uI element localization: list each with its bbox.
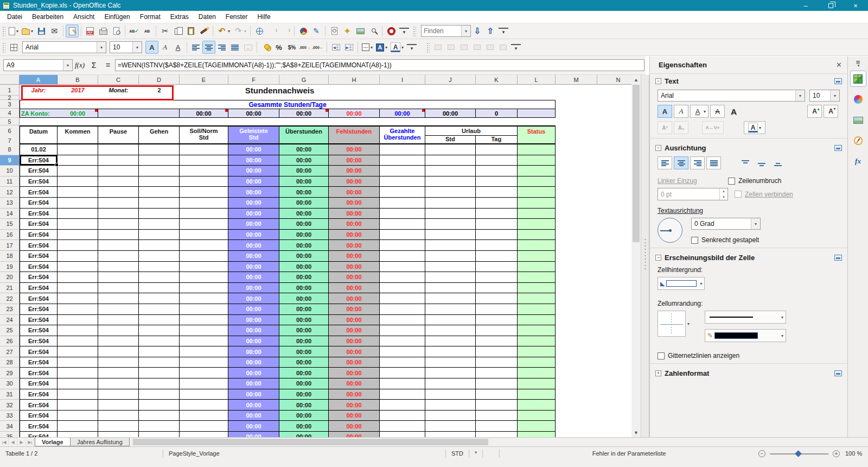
cell-D32[interactable] xyxy=(139,400,180,411)
cell-A16[interactable]: Err:504 xyxy=(20,230,58,241)
appearance-dialog-launcher-icon[interactable] xyxy=(834,255,842,261)
increase-indent-button[interactable] xyxy=(342,41,355,54)
object-align-left-button[interactable] xyxy=(431,41,444,54)
cell-F22[interactable]: 00:00 xyxy=(228,293,279,304)
cell-I34[interactable] xyxy=(380,421,425,432)
cell-F33[interactable]: 00:00 xyxy=(228,411,279,421)
menu-einfügen[interactable]: Einfügen xyxy=(99,11,135,22)
cell-D22[interactable] xyxy=(139,293,180,304)
sheet-tab-vorlage[interactable]: Vorlage xyxy=(35,438,71,446)
cell-I19[interactable] xyxy=(380,262,425,273)
cell-B9[interactable] xyxy=(58,155,98,166)
cell-D23[interactable] xyxy=(139,304,180,315)
scroll-up-arrow[interactable]: ▲ xyxy=(631,75,641,84)
bold-button[interactable] xyxy=(145,41,158,54)
cell-A32[interactable]: Err:504 xyxy=(20,400,58,411)
cell-za-label[interactable]: ZA Konto: xyxy=(20,109,58,118)
cell-L19[interactable] xyxy=(518,262,556,273)
cell-F8[interactable]: 00:00 xyxy=(228,144,279,155)
cell-J31[interactable] xyxy=(425,389,476,400)
sidebar-justify-button[interactable] xyxy=(706,156,721,169)
row-header-28[interactable]: 28 xyxy=(0,357,20,368)
cell-G25[interactable]: 00:00 xyxy=(279,325,329,336)
cell-K25[interactable] xyxy=(476,325,518,336)
cell-H17[interactable]: 00:00 xyxy=(329,240,380,251)
header-status[interactable]: Status xyxy=(518,125,556,144)
row-header-9[interactable]: 9 xyxy=(0,155,20,166)
cell-J32[interactable] xyxy=(425,400,476,411)
borders-button[interactable]: ▾ xyxy=(360,41,374,54)
row-header-13[interactable]: 13 xyxy=(0,198,20,209)
toolbar-grip[interactable] xyxy=(2,42,5,53)
cell-B21[interactable] xyxy=(58,283,98,294)
cell-B33[interactable] xyxy=(58,411,98,421)
cell-B13[interactable] xyxy=(58,198,98,209)
undo-button[interactable]: ▾ xyxy=(215,24,232,37)
cell-G31[interactable]: 00:00 xyxy=(279,389,329,400)
cell-G12[interactable]: 00:00 xyxy=(279,187,329,198)
column-header-I[interactable]: I xyxy=(380,75,425,85)
cell-L25[interactable] xyxy=(518,325,556,336)
cell-B28[interactable] xyxy=(58,357,98,368)
cell-K16[interactable] xyxy=(476,230,518,241)
auto-spellcheck-button[interactable]: AB xyxy=(141,24,154,37)
dropdown-arrow[interactable]: ▾ xyxy=(751,218,760,229)
cell-D31[interactable] xyxy=(139,389,180,400)
show-draw-functions-button[interactable] xyxy=(310,24,323,37)
open-button[interactable]: ▾ xyxy=(20,24,35,37)
section-alignment-header[interactable]: − Ausrichtung xyxy=(650,141,847,155)
next-sheet-button[interactable]: ▶ xyxy=(17,438,26,446)
help-button[interactable] xyxy=(385,24,398,37)
copy-button[interactable] xyxy=(171,24,184,37)
cell-I8[interactable] xyxy=(380,144,425,155)
cell-F13[interactable]: 00:00 xyxy=(228,198,279,209)
cell-B30[interactable] xyxy=(58,378,98,389)
row-header-19[interactable]: 19 xyxy=(0,262,20,273)
cell-L10[interactable] xyxy=(518,166,556,176)
new-document-button[interactable]: ▾ xyxy=(7,24,20,37)
cell-H26[interactable]: 00:00 xyxy=(329,336,380,347)
cell-G15[interactable]: 00:00 xyxy=(279,219,329,230)
cell-F31[interactable]: 00:00 xyxy=(228,389,279,400)
cell-I29[interactable] xyxy=(380,368,425,378)
cell-I33[interactable] xyxy=(380,411,425,421)
cell-C9[interactable] xyxy=(98,155,139,166)
cell-B15[interactable] xyxy=(58,219,98,230)
cell-A35[interactable]: Err:504 xyxy=(20,432,58,437)
cell-D12[interactable] xyxy=(139,187,180,198)
row-header-11[interactable]: 11 xyxy=(0,176,20,187)
insert-mode[interactable]: STD xyxy=(446,447,469,457)
cell-J11[interactable] xyxy=(425,176,476,187)
cell-A11[interactable]: Err:504 xyxy=(20,176,58,187)
cell-A24[interactable]: Err:504 xyxy=(20,315,58,326)
horizontal-scroll-thumb[interactable] xyxy=(133,439,488,445)
stacked-checkbox[interactable] xyxy=(691,237,698,244)
cell-J26[interactable] xyxy=(425,336,476,347)
cell-E33[interactable] xyxy=(180,411,228,421)
cell-C32[interactable] xyxy=(98,400,139,411)
sort-ascending-button[interactable] xyxy=(266,24,279,37)
toolbar-overflow-button[interactable] xyxy=(405,41,418,54)
cell-H28[interactable]: 00:00 xyxy=(329,357,380,368)
cell-E25[interactable] xyxy=(180,325,228,336)
column-header-H[interactable]: H xyxy=(329,75,380,85)
cell-H13[interactable]: 00:00 xyxy=(329,198,380,209)
cell-I20[interactable] xyxy=(380,272,425,283)
align-toolbar-grip[interactable] xyxy=(426,42,430,53)
column-header-K[interactable]: K xyxy=(476,75,518,85)
cell-A25[interactable]: Err:504 xyxy=(20,325,58,336)
cell-G4[interactable]: 00:00 xyxy=(279,109,329,118)
cell-G28[interactable]: 00:00 xyxy=(279,357,329,368)
cell-I15[interactable] xyxy=(380,219,425,230)
cell-L35[interactable] xyxy=(518,432,556,437)
row-header-16[interactable]: 16 xyxy=(0,230,20,241)
cell-F25[interactable]: 00:00 xyxy=(228,325,279,336)
cell-jahr-label[interactable]: Jahr: xyxy=(20,85,58,96)
align-right-button[interactable] xyxy=(215,41,228,54)
cell-G33[interactable]: 00:00 xyxy=(279,411,329,421)
cell-F12[interactable]: 00:00 xyxy=(228,187,279,198)
cell-K14[interactable] xyxy=(476,209,518,219)
cell-L16[interactable] xyxy=(518,230,556,241)
sum-button[interactable]: Σ xyxy=(87,59,101,71)
cell-C31[interactable] xyxy=(98,389,139,400)
